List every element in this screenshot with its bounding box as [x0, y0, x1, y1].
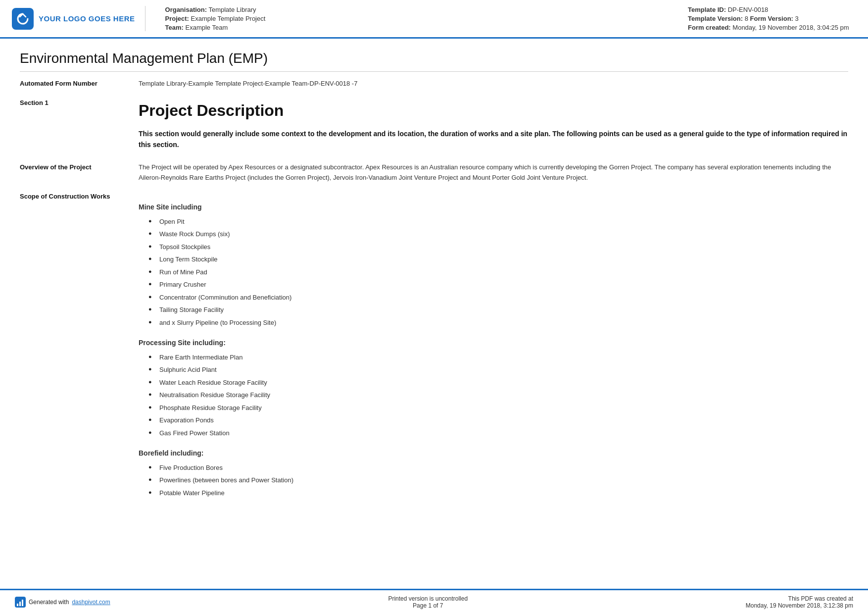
form-created-row: Form created: Monday, 19 November 2018, … [688, 24, 856, 31]
list-item: Rare Earth Intermediate Plan [148, 353, 848, 362]
main-content: Environmental Management Plan (EMP) Auto… [0, 39, 868, 526]
section1-heading: Project Description [139, 98, 848, 123]
list-item: Run of Mine Pad [148, 267, 848, 277]
footer-center-line2: Page 1 of 7 [388, 602, 468, 609]
footer-left: Generated with dashpivot.com [15, 597, 110, 608]
page-footer: Generated with dashpivot.com Printed ver… [0, 589, 868, 614]
section1-intro: This section would generally include som… [139, 128, 848, 151]
borefield-title: Borefield including: [139, 448, 848, 459]
project-row: Project: Example Template Project [165, 15, 678, 22]
footer-logo-icon [15, 597, 26, 608]
list-item: Tailing Storage Facility [148, 305, 848, 315]
list-item: Gas Fired Power Station [148, 428, 848, 438]
footer-right-line1: This PDF was created at [746, 595, 853, 602]
project-label: Project: [165, 15, 189, 22]
scope-content: Mine Site including Open PitWaste Rock D… [139, 192, 848, 506]
mine-site-title: Mine Site including [139, 202, 848, 212]
logo-section: YOUR LOGO GOES HERE [12, 6, 145, 31]
org-row: Organisation: Template Library [165, 6, 678, 13]
logo-icon [12, 8, 34, 30]
svg-rect-3 [22, 600, 23, 606]
list-item: Topsoil Stockpiles [148, 242, 848, 252]
list-item: Five Production Bores [148, 463, 848, 473]
list-item: Water Leach Residue Storage Facility [148, 378, 848, 388]
team-value: Example Team [185, 24, 228, 31]
team-label: Team: [165, 24, 184, 31]
page-header: YOUR LOGO GOES HERE Organisation: Templa… [0, 0, 868, 39]
list-item: Potable Water Pipeline [148, 488, 848, 498]
org-label: Organisation: [165, 6, 207, 13]
automated-form-row: Automated Form Number Template Library-E… [20, 79, 848, 89]
svg-rect-1 [17, 604, 18, 606]
template-version-row: Template Version: 8 Form Version: 3 [688, 15, 856, 22]
form-created-label: Form created: [688, 24, 731, 31]
form-version-value: 3 [795, 15, 799, 22]
template-id-label: Template ID: [688, 6, 726, 13]
footer-right-line2: Monday, 19 November 2018, 3:12:38 pm [746, 602, 853, 609]
project-value: Example Template Project [191, 15, 266, 22]
overview-row: Overview of the Project The Project will… [20, 162, 848, 183]
scope-label: Scope of Construction Works [20, 192, 129, 506]
logo-text: YOUR LOGO GOES HERE [39, 14, 135, 23]
overview-text: The Project will be operated by Apex Res… [139, 162, 848, 183]
form-created-value: Monday, 19 November 2018, 3:04:25 pm [732, 24, 849, 31]
list-item: Evaporation Ponds [148, 415, 848, 425]
template-id-row: Template ID: DP-ENV-0018 [688, 6, 856, 13]
automated-form-value: Template Library-Example Template Projec… [139, 79, 848, 89]
list-item: and x Slurry Pipeline (to Processing Sit… [148, 318, 848, 328]
automated-form-label: Automated Form Number [20, 79, 129, 89]
list-item: Neutralisation Residue Storage Facility [148, 390, 848, 400]
list-item: Long Term Stockpile [148, 255, 848, 264]
list-item: Open Pit [148, 217, 848, 227]
header-right: Template ID: DP-ENV-0018 Template Versio… [688, 6, 856, 31]
template-version-label: Template Version: [688, 15, 743, 22]
section1-label: Section 1 [20, 98, 129, 154]
list-item: Concentrator (Comminution and Beneficiat… [148, 293, 848, 303]
section1-row: Section 1 Project Description This secti… [20, 98, 848, 154]
footer-right: This PDF was created at Monday, 19 Novem… [746, 595, 853, 609]
list-item: Sulphuric Acid Plant [148, 365, 848, 375]
list-item: Waste Rock Dumps (six) [148, 229, 848, 239]
processing-site-title: Processing Site including: [139, 337, 848, 348]
team-row: Team: Example Team [165, 24, 678, 31]
footer-generated-text: Generated with [29, 599, 69, 606]
borefield-list: Five Production BoresPowerlines (between… [148, 463, 848, 498]
footer-center-line1: Printed version is uncontrolled [388, 595, 468, 602]
form-version-label: Form Version: [750, 15, 793, 22]
template-id-value: DP-ENV-0018 [728, 6, 769, 13]
footer-center: Printed version is uncontrolled Page 1 o… [388, 595, 468, 609]
processing-site-list: Rare Earth Intermediate PlanSulphuric Ac… [148, 353, 848, 438]
template-version-value: 8 [745, 15, 748, 22]
org-value: Template Library [208, 6, 256, 13]
list-item: Phosphate Residue Storage Facility [148, 403, 848, 413]
header-meta: Organisation: Template Library Project: … [155, 6, 678, 31]
overview-label: Overview of the Project [20, 162, 129, 183]
page-title: Environmental Management Plan (EMP) [20, 51, 848, 72]
list-item: Primary Crusher [148, 280, 848, 290]
mine-site-list: Open PitWaste Rock Dumps (six)Topsoil St… [148, 217, 848, 328]
section1-content: Project Description This section would g… [139, 98, 848, 154]
scope-row: Scope of Construction Works Mine Site in… [20, 192, 848, 506]
list-item: Powerlines (between bores and Power Stat… [148, 475, 848, 485]
svg-rect-2 [19, 602, 21, 606]
footer-generated-link[interactable]: dashpivot.com [72, 599, 110, 606]
